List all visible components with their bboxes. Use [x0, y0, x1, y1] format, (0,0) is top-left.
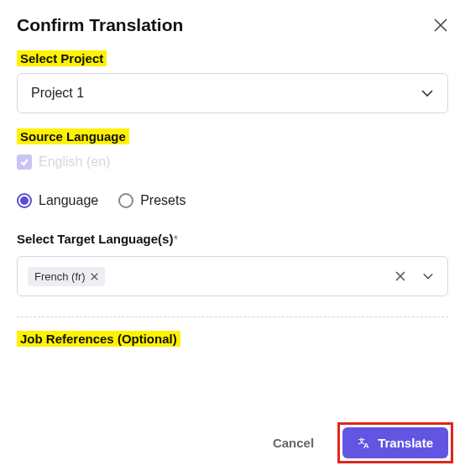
target-language-header: Select Target Language(s)*	[17, 232, 448, 246]
select-project-label: Select Project	[17, 50, 107, 66]
target-language-select[interactable]: French (fr)	[17, 256, 448, 296]
cancel-button[interactable]: Cancel	[258, 427, 329, 458]
radio-label-language: Language	[39, 193, 98, 208]
dialog-footer: Cancel 文 A Translate	[0, 409, 465, 476]
radio-label-presets: Presets	[140, 193, 185, 208]
spacer	[17, 353, 448, 388]
mode-radio-presets[interactable]: Presets	[118, 193, 185, 208]
confirm-translation-dialog: Confirm Translation Select Project Proje…	[0, 0, 465, 476]
chip-label: French (fr)	[34, 270, 86, 283]
dialog-header: Confirm Translation	[0, 0, 465, 44]
target-language-header-text: Select Target Language(s)	[17, 232, 173, 246]
radio-icon	[118, 193, 133, 208]
chevron-down-icon[interactable]	[419, 270, 437, 282]
chip-remove-icon[interactable]	[91, 273, 98, 280]
source-language-label: Source Language	[17, 128, 129, 144]
translate-icon: 文 A	[358, 436, 371, 449]
clear-all-icon[interactable]	[389, 271, 412, 281]
translate-button-label: Translate	[378, 436, 433, 450]
radio-icon	[17, 193, 32, 208]
chevron-down-icon	[421, 86, 434, 100]
svg-text:A: A	[363, 442, 369, 449]
translate-button-highlight: 文 A Translate	[337, 422, 453, 463]
source-language-text: English (en)	[39, 154, 110, 170]
project-select-value: Project 1	[31, 86, 84, 101]
mode-radio-group: Language Presets	[17, 193, 448, 208]
source-language-row: English (en)	[17, 154, 448, 170]
mode-radio-language[interactable]: Language	[17, 193, 98, 208]
job-references-label: Job References (Optional)	[17, 331, 180, 347]
translate-button[interactable]: 文 A Translate	[342, 427, 448, 458]
section-divider	[17, 316, 448, 317]
dialog-title: Confirm Translation	[17, 15, 183, 35]
close-icon[interactable]	[433, 18, 448, 33]
source-language-checkbox[interactable]	[17, 154, 32, 170]
project-select[interactable]: Project 1	[17, 73, 448, 113]
target-language-chip: French (fr)	[28, 267, 105, 286]
dialog-body[interactable]: Select Project Project 1 Source Language…	[0, 44, 465, 388]
required-mark: *	[173, 232, 178, 246]
